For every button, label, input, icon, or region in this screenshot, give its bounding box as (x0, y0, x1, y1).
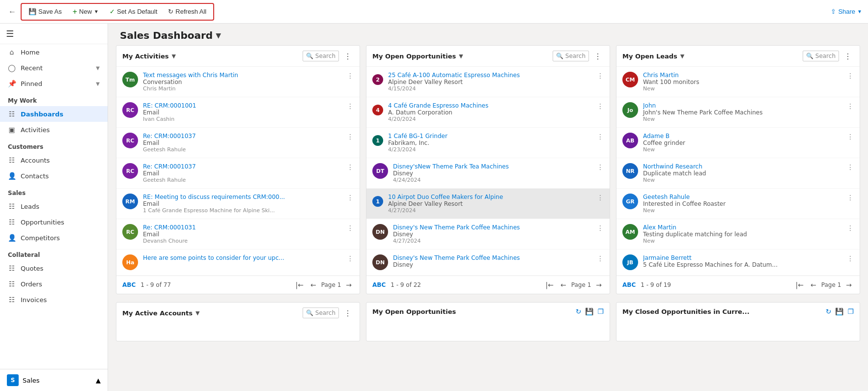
app-selector[interactable]: S Sales ▲ (0, 369, 108, 391)
list-item[interactable]: GR Geetesh Rahule Interested in Coffee R… (616, 189, 860, 219)
list-item[interactable]: NR Northwind Research Duplicate match le… (616, 158, 860, 189)
list-item[interactable]: DN Disney's New Theme Park Coffee Machin… (366, 250, 610, 276)
item-more-icon[interactable]: ⋮ (847, 224, 854, 232)
active-accounts-search[interactable]: 🔍 Search (303, 307, 339, 318)
list-item[interactable]: RC Re: CRM:0001037 Email Geetesh Rahule … (116, 158, 360, 189)
list-item[interactable]: RC Re: CRM:0001037 Email Geetesh Rahule … (116, 128, 360, 158)
item-more-icon[interactable]: ⋮ (847, 102, 854, 110)
list-item[interactable]: 1 1 Café BG-1 Grinder Fabrikam, Inc. 4/2… (366, 128, 610, 158)
sidebar-item-accounts[interactable]: ☷ Accounts (0, 152, 108, 168)
closed-opp-expand[interactable]: ❐ (847, 307, 854, 315)
sidebar-item-home[interactable]: ⌂ Home (0, 44, 108, 60)
back-button[interactable]: ← (6, 5, 19, 19)
widget-leads-chevron[interactable]: ▼ (680, 53, 684, 59)
item-more-icon[interactable]: ⋮ (597, 72, 604, 80)
list-item[interactable]: RM RE: Meeting to discuss requirements C… (116, 189, 360, 219)
item-more-icon[interactable]: ⋮ (597, 194, 604, 201)
list-item[interactable]: CM Chris Martin Want 100 monitors New ⋮ (616, 67, 860, 97)
list-item[interactable]: DN Disney's New Theme Park Coffee Machin… (366, 219, 610, 250)
opp-next[interactable]: → (594, 280, 604, 290)
list-item[interactable]: Jo John John's New Theme Park Coffee Mac… (616, 97, 860, 128)
sidebar-item-activities[interactable]: ▣ Activities (0, 122, 108, 138)
item-more-icon[interactable]: ⋮ (597, 224, 604, 232)
new-button[interactable]: + New ▼ (68, 5, 104, 19)
item-more-icon[interactable]: ⋮ (347, 194, 354, 201)
widget-opp-more[interactable]: ⋮ (592, 52, 604, 61)
item-more-icon[interactable]: ⋮ (597, 163, 604, 171)
closed-opp-refresh[interactable]: ↻ (826, 307, 832, 315)
item-more-icon[interactable]: ⋮ (847, 133, 854, 140)
sidebar-item-contacts[interactable]: 👤 Contacts (0, 168, 108, 184)
leads-abc[interactable]: ABC (622, 281, 636, 288)
active-accounts-more[interactable]: ⋮ (342, 308, 354, 318)
list-item[interactable]: DT Disney'sNew Theme Park Tea Machines D… (366, 158, 610, 189)
opp-first[interactable]: |← (544, 280, 556, 290)
activities-prev[interactable]: ← (308, 280, 318, 290)
sidebar-item-quotes[interactable]: ☷ Quotes (0, 260, 108, 276)
item-more-icon[interactable]: ⋮ (597, 133, 604, 140)
list-item[interactable]: Ha Here are some points to consider for … (116, 250, 360, 276)
item-more-icon[interactable]: ⋮ (347, 72, 354, 80)
item-content: RE: Meeting to discuss requirements CRM:… (143, 194, 342, 214)
widget-opp-search[interactable]: 🔍 Search (553, 51, 589, 61)
item-more-icon[interactable]: ⋮ (847, 254, 854, 262)
list-item[interactable]: 4 4 Café Grande Espresso Machines A. Dat… (366, 97, 610, 128)
widget-opp-header: My Open Opportunities ▼ 🔍 Search ⋮ (366, 46, 610, 67)
sidebar-item-competitors[interactable]: 👤 Competitors (0, 230, 108, 246)
list-item[interactable]: Tm Text messages with Chris Martin Conve… (116, 67, 360, 97)
sidebar-item-opportunities[interactable]: ☷ Opportunities (0, 214, 108, 230)
widget-opp-chevron[interactable]: ▼ (459, 53, 463, 59)
leads-first[interactable]: |← (794, 280, 806, 290)
item-meta: Chris Martin (143, 85, 342, 92)
set-as-default-button[interactable]: ✓ Set As Default (105, 5, 162, 18)
item-more-icon[interactable]: ⋮ (847, 194, 854, 201)
bottom-opp-expand[interactable]: ❐ (597, 307, 604, 315)
refresh-all-button[interactable]: ↻ Refresh All (163, 5, 211, 18)
leads-page: Page 1 (821, 281, 841, 288)
widget-leads-more[interactable]: ⋮ (842, 52, 854, 61)
bottom-opp-refresh[interactable]: ↻ (576, 307, 582, 315)
item-more-icon[interactable]: ⋮ (347, 224, 354, 232)
widget-my-activities-search[interactable]: 🔍 Search (303, 51, 339, 61)
item-more-icon[interactable]: ⋮ (347, 254, 354, 262)
list-item[interactable]: 2 25 Café A-100 Automatic Espresso Machi… (366, 67, 610, 97)
list-item[interactable]: AM Alex Martin Testing duplicate matchin… (616, 219, 860, 250)
widget-leads-footer: ABC 1 - 9 of 19 |← ← Page 1 → (616, 276, 860, 294)
hamburger-icon[interactable]: ☰ (6, 28, 14, 39)
sidebar-item-leads[interactable]: ☷ Leads (0, 198, 108, 214)
item-more-icon[interactable]: ⋮ (847, 163, 854, 171)
activities-next[interactable]: → (344, 280, 354, 290)
sidebar-item-orders[interactable]: ☷ Orders (0, 276, 108, 292)
sidebar-item-invoices[interactable]: ☷ Invoices (0, 292, 108, 307)
opp-abc[interactable]: ABC (372, 281, 386, 288)
active-accounts-chevron[interactable]: ▼ (196, 310, 199, 316)
widget-leads-search[interactable]: 🔍 Search (803, 51, 839, 61)
sidebar-item-dashboards[interactable]: ☷ Dashboards (0, 106, 108, 122)
widget-my-activities-more[interactable]: ⋮ (342, 52, 354, 61)
share-button[interactable]: ⇧ Share ▼ (831, 8, 862, 15)
list-item[interactable]: RC Re: CRM:0001031 Email Devansh Choure … (116, 219, 360, 250)
bottom-opp-export[interactable]: 💾 (585, 307, 593, 315)
activities-first[interactable]: |← (294, 280, 306, 290)
list-item[interactable]: RC RE: CRM:0001001 Email Ivan Cashin ⋮ (116, 97, 360, 128)
sidebar-accounts-label: Accounts (21, 157, 50, 164)
leads-next[interactable]: → (844, 280, 854, 290)
list-item[interactable]: 1 10 Airpot Duo Coffee Makers for Alpine… (366, 189, 610, 219)
leads-prev[interactable]: ← (809, 280, 818, 290)
opp-prev[interactable]: ← (559, 280, 568, 290)
widget-my-activities-chevron[interactable]: ▼ (172, 53, 176, 59)
save-as-button[interactable]: 💾 Save As (24, 5, 67, 18)
dashboard-title-chevron[interactable]: ▼ (216, 31, 221, 39)
item-more-icon[interactable]: ⋮ (347, 102, 354, 110)
sidebar-item-pinned[interactable]: 📌 Pinned ▼ (0, 76, 108, 91)
item-more-icon[interactable]: ⋮ (347, 133, 354, 140)
list-item[interactable]: JB Jarmaine Berrett 5 Café Lite Espresso… (616, 250, 860, 276)
item-more-icon[interactable]: ⋮ (597, 254, 604, 262)
closed-opp-export[interactable]: 💾 (835, 307, 843, 315)
item-more-icon[interactable]: ⋮ (347, 163, 354, 171)
item-more-icon[interactable]: ⋮ (597, 102, 604, 110)
sidebar-item-recent[interactable]: ◯ Recent ▼ (0, 60, 108, 76)
item-more-icon[interactable]: ⋮ (847, 72, 854, 80)
list-item[interactable]: AB Adame B Coffee grinder New ⋮ (616, 128, 860, 158)
activities-abc[interactable]: ABC (122, 281, 136, 288)
